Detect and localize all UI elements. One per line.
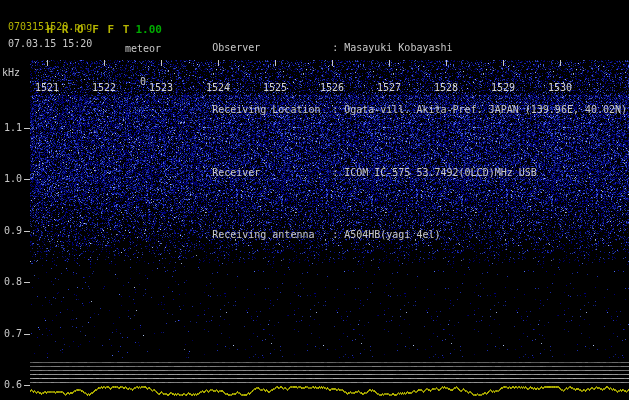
freq-tick-label: 0.8 <box>4 277 22 287</box>
time-tick-label: 1528 <box>432 83 460 93</box>
info-row-observer: Observer:Masayuki Kobayashi <box>176 29 627 67</box>
capture-filename: 0703151520.png <box>8 22 92 32</box>
hrofft-window: H R O F F T1.00 0703151520.png 07.03.15 … <box>0 0 629 400</box>
time-tick-label: 1530 <box>546 83 574 93</box>
info-row-antenna: Receiving antenna:A504HB(yagi 4el) <box>176 217 627 255</box>
meteor-counter: meteor 0 <box>122 24 164 107</box>
time-tick-label: 1524 <box>204 83 232 93</box>
info-label: Receiving antenna <box>212 229 332 242</box>
info-label: Receiving Location <box>212 104 332 117</box>
info-separator: : <box>332 104 338 115</box>
freq-tick-label: 0.6 <box>4 380 22 390</box>
freq-axis-unit: kHz <box>2 68 20 78</box>
time-tick-label: 1525 <box>261 83 289 93</box>
time-tick-label: 1522 <box>90 83 118 93</box>
info-separator: : <box>332 167 338 178</box>
info-row-receiver: Receiver:ICOM IC-575 53.7492(0LCD)MHz US… <box>176 154 627 192</box>
info-row-location: Receiving Location:Ogata-vill. Akita-Pre… <box>176 92 627 130</box>
info-label: Observer <box>212 42 332 55</box>
info-value: A504HB(yagi 4el) <box>344 229 440 240</box>
time-tick-label: 1523 <box>147 83 175 93</box>
info-separator: : <box>332 42 338 53</box>
time-tick-label: 1529 <box>489 83 517 93</box>
info-value: Ogata-vill. Akita-Pref. JAPAN (139.96E, … <box>344 104 627 115</box>
info-value: Masayuki Kobayashi <box>344 42 452 53</box>
info-value: ICOM IC-575 53.7492(0LCD)MHz USB <box>344 167 537 178</box>
freq-tick-label: 0.7 <box>4 329 22 339</box>
time-tick-label: 1527 <box>375 83 403 93</box>
info-separator: : <box>332 229 338 240</box>
time-tick-label: 1521 <box>33 83 61 93</box>
freq-tick-label: 1.1 <box>4 123 22 133</box>
capture-datetime: 07.03.15 15:20 <box>8 39 92 49</box>
freq-tick-label: 1.0 <box>4 174 22 184</box>
station-info: Observer:Masayuki Kobayashi Receiving Lo… <box>176 4 627 279</box>
meteor-counter-label: meteor <box>122 44 164 54</box>
freq-tick-label: 0.9 <box>4 226 22 236</box>
info-label: Receiver <box>212 167 332 180</box>
time-tick-label: 1526 <box>318 83 346 93</box>
